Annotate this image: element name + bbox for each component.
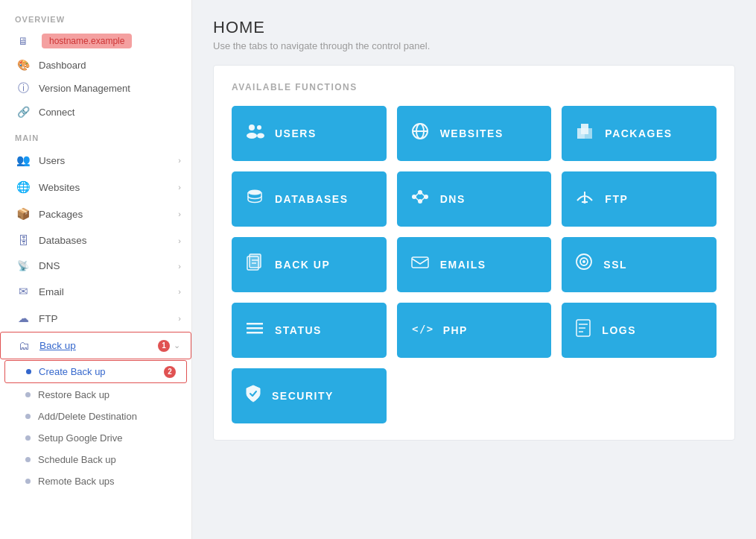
chevron-right-icon: › bbox=[178, 262, 181, 271]
functions-grid: USERS WEBSITES PACKAGES DATABASES bbox=[232, 106, 717, 423]
packages-button-label: PACKAGES bbox=[605, 127, 672, 139]
svg-rect-24 bbox=[412, 257, 428, 268]
status-grid-icon bbox=[245, 321, 264, 340]
sidebar-item-label: Version Management bbox=[39, 83, 130, 94]
sidebar-item-version-management[interactable]: ⓘ Version Management bbox=[0, 76, 191, 101]
submenu-item-setup-google-drive[interactable]: Setup Google Drive bbox=[0, 427, 191, 449]
sidebar-item-users[interactable]: 👥 Users › bbox=[0, 147, 191, 174]
svg-line-17 bbox=[416, 198, 419, 201]
svg-point-10 bbox=[248, 190, 261, 195]
security-button[interactable]: SECURITY bbox=[232, 368, 387, 423]
status-button-label: STATUS bbox=[275, 324, 322, 336]
ftp-button[interactable]: FTP bbox=[562, 171, 717, 227]
ftp-grid-icon bbox=[575, 189, 594, 209]
submenu-item-label: Setup Google Drive bbox=[38, 432, 122, 444]
monitor-icon: 🖥 bbox=[15, 35, 31, 47]
sidebar-item-dashboard[interactable]: 🎨 Dashboard bbox=[0, 54, 191, 76]
submenu-dot bbox=[25, 479, 31, 484]
submenu-item-remote-backups[interactable]: Remote Back ups bbox=[0, 470, 191, 492]
ssl-button-label: SSL bbox=[603, 259, 627, 271]
svg-rect-9 bbox=[582, 124, 588, 133]
info-icon: ⓘ bbox=[15, 81, 31, 95]
ssl-button[interactable]: SSL bbox=[562, 237, 717, 292]
chevron-right-icon: › bbox=[178, 209, 181, 218]
dns-button-label: DNS bbox=[440, 193, 466, 205]
php-button-label: PHP bbox=[443, 324, 468, 336]
sidebar-item-label: Databases bbox=[39, 235, 87, 246]
backup-button-label: BACK UP bbox=[275, 259, 330, 271]
email-icon: ✉ bbox=[15, 285, 31, 298]
sidebar-item-label: DNS bbox=[39, 260, 60, 271]
ftp-button-label: FTP bbox=[605, 193, 628, 205]
dashboard-icon: 🎨 bbox=[15, 59, 31, 71]
svg-point-2 bbox=[257, 125, 261, 130]
websites-grid-icon bbox=[410, 122, 430, 145]
submenu-item-label: Restore Back up bbox=[38, 389, 109, 400]
svg-line-16 bbox=[422, 193, 425, 196]
websites-icon: 🌐 bbox=[15, 180, 31, 194]
logs-button[interactable]: LOGS bbox=[562, 303, 717, 358]
submenu-item-restore-backup[interactable]: Restore Back up bbox=[0, 384, 191, 406]
sidebar-item-backup[interactable]: 🗂 Back up ⌄ 1 bbox=[0, 332, 191, 359]
websites-button-label: WEBSITES bbox=[440, 127, 504, 139]
sidebar-item-label: Dashboard bbox=[39, 60, 86, 71]
svg-point-3 bbox=[257, 133, 264, 139]
submenu-dot bbox=[25, 457, 31, 462]
svg-line-15 bbox=[416, 193, 419, 196]
chevron-right-icon: › bbox=[178, 236, 181, 245]
svg-point-19 bbox=[583, 201, 586, 204]
overview-section-label: OVERVIEW bbox=[0, 4, 191, 28]
websites-button[interactable]: WEBSITES bbox=[397, 106, 552, 161]
databases-button[interactable]: DATABASES bbox=[232, 171, 387, 227]
users-button[interactable]: USERS bbox=[232, 106, 387, 161]
sidebar: OVERVIEW 🖥 hostname.example 🎨 Dashboard … bbox=[0, 0, 192, 539]
sidebar-item-dns[interactable]: 📡 DNS › bbox=[0, 253, 191, 278]
sidebar-item-email[interactable]: ✉ Email › bbox=[0, 278, 191, 305]
sidebar-item-label: Connect bbox=[39, 107, 74, 118]
sidebar-item-databases[interactable]: 🗄 Databases › bbox=[0, 227, 191, 253]
status-button[interactable]: STATUS bbox=[232, 303, 387, 358]
hostname-badge: hostname.example bbox=[42, 34, 132, 48]
php-button[interactable]: </> PHP bbox=[397, 303, 552, 358]
submenu-item-schedule-backup[interactable]: Schedule Back up bbox=[0, 449, 191, 470]
backup-grid-icon bbox=[245, 253, 264, 277]
sidebar-item-websites[interactable]: 🌐 Websites › bbox=[0, 174, 191, 201]
backup-button[interactable]: BACK UP bbox=[232, 237, 387, 292]
functions-card: AVAILABLE FUNCTIONS USERS WEBSITES PACKA… bbox=[213, 65, 735, 441]
submenu-item-label: Create Back up bbox=[39, 366, 106, 377]
sidebar-item-label: Websites bbox=[39, 182, 80, 193]
submenu-item-label: Remote Back ups bbox=[38, 476, 115, 487]
users-button-label: USERS bbox=[275, 127, 317, 139]
page-subtitle: Use the tabs to navigate through the con… bbox=[213, 40, 735, 51]
connect-icon: 🔗 bbox=[15, 106, 31, 118]
dns-button[interactable]: DNS bbox=[397, 171, 552, 227]
main-content: HOME Use the tabs to navigate through th… bbox=[192, 0, 756, 539]
security-grid-icon bbox=[245, 384, 261, 408]
submenu-item-create-backup[interactable]: Create Back up 2 bbox=[4, 360, 187, 383]
available-functions-label: AVAILABLE FUNCTIONS bbox=[232, 82, 717, 92]
sidebar-item-ftp[interactable]: ☁ FTP › bbox=[0, 305, 191, 332]
svg-rect-28 bbox=[247, 323, 263, 325]
sidebar-item-label: FTP bbox=[39, 313, 58, 324]
submenu-item-add-delete-destination[interactable]: Add/Delete Destination bbox=[0, 406, 191, 427]
emails-button[interactable]: EMAILS bbox=[397, 237, 552, 292]
backup-icon: 🗂 bbox=[16, 339, 32, 352]
packages-icon: 📦 bbox=[15, 207, 31, 221]
ftp-icon: ☁ bbox=[15, 312, 31, 325]
svg-rect-30 bbox=[247, 332, 263, 334]
submenu-item-label: Add/Delete Destination bbox=[38, 411, 137, 422]
packages-button[interactable]: PACKAGES bbox=[562, 106, 717, 161]
php-grid-icon: </> bbox=[410, 321, 433, 340]
databases-icon: 🗄 bbox=[15, 234, 31, 247]
sidebar-item-connect[interactable]: 🔗 Connect bbox=[0, 101, 191, 123]
ssl-grid-icon bbox=[575, 253, 593, 277]
sidebar-item-label: Packages bbox=[39, 209, 83, 220]
svg-point-27 bbox=[582, 260, 585, 263]
badge-1: 1 bbox=[158, 340, 170, 352]
sidebar-item-label: Back up bbox=[39, 340, 76, 351]
sidebar-item-label: Email bbox=[39, 286, 64, 297]
submenu-dot bbox=[26, 369, 31, 374]
users-grid-icon bbox=[245, 123, 264, 144]
sidebar-item-hostname[interactable]: 🖥 hostname.example bbox=[0, 28, 191, 54]
sidebar-item-packages[interactable]: 📦 Packages › bbox=[0, 201, 191, 227]
